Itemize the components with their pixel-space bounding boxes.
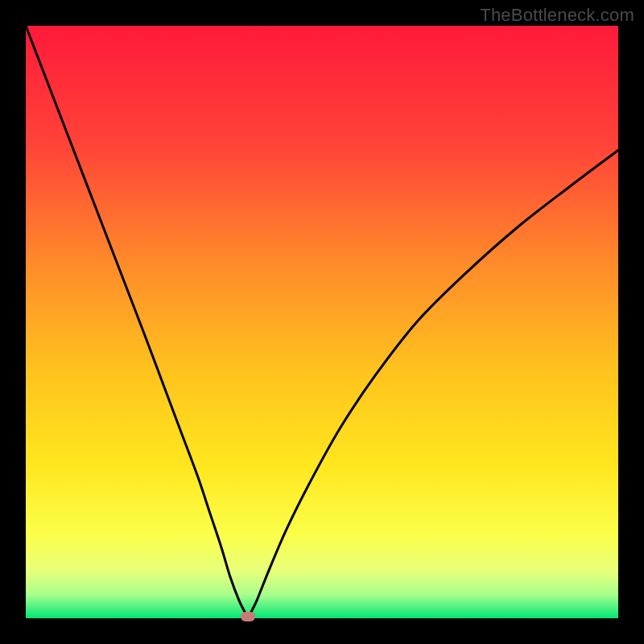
minimum-marker bbox=[241, 612, 255, 621]
chart-frame bbox=[26, 26, 618, 618]
curve-svg bbox=[26, 26, 618, 618]
watermark-text: TheBottleneck.com bbox=[480, 5, 634, 26]
bottleneck-curve-path bbox=[26, 26, 618, 618]
